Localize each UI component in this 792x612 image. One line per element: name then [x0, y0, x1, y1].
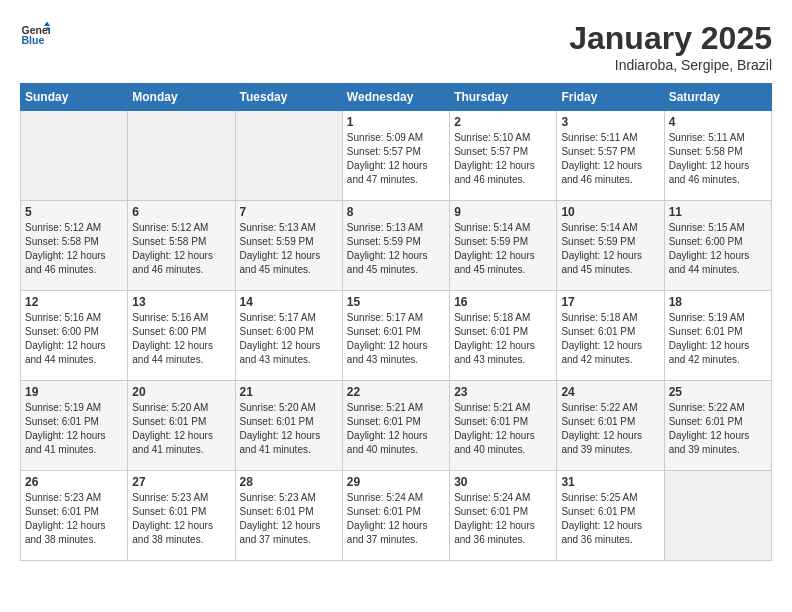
- calendar-table: SundayMondayTuesdayWednesdayThursdayFrid…: [20, 83, 772, 561]
- week-row-1: 1Sunrise: 5:09 AM Sunset: 5:57 PM Daylig…: [21, 111, 772, 201]
- calendar-cell: 7Sunrise: 5:13 AM Sunset: 5:59 PM Daylig…: [235, 201, 342, 291]
- calendar-cell: [664, 471, 771, 561]
- header-day-sunday: Sunday: [21, 84, 128, 111]
- day-number: 12: [25, 295, 123, 309]
- calendar-cell: [21, 111, 128, 201]
- day-number: 27: [132, 475, 230, 489]
- day-number: 10: [561, 205, 659, 219]
- header-day-saturday: Saturday: [664, 84, 771, 111]
- day-number: 22: [347, 385, 445, 399]
- header-day-thursday: Thursday: [450, 84, 557, 111]
- day-number: 30: [454, 475, 552, 489]
- logo-icon: General Blue: [20, 20, 50, 50]
- day-info: Sunrise: 5:22 AM Sunset: 6:01 PM Dayligh…: [669, 401, 767, 457]
- calendar-cell: 27Sunrise: 5:23 AM Sunset: 6:01 PM Dayli…: [128, 471, 235, 561]
- day-number: 29: [347, 475, 445, 489]
- calendar-cell: 14Sunrise: 5:17 AM Sunset: 6:00 PM Dayli…: [235, 291, 342, 381]
- day-number: 4: [669, 115, 767, 129]
- subtitle: Indiaroba, Sergipe, Brazil: [569, 57, 772, 73]
- day-number: 23: [454, 385, 552, 399]
- calendar-cell: [128, 111, 235, 201]
- day-info: Sunrise: 5:13 AM Sunset: 5:59 PM Dayligh…: [347, 221, 445, 277]
- calendar-cell: 28Sunrise: 5:23 AM Sunset: 6:01 PM Dayli…: [235, 471, 342, 561]
- calendar-cell: 10Sunrise: 5:14 AM Sunset: 5:59 PM Dayli…: [557, 201, 664, 291]
- title-area: January 2025 Indiaroba, Sergipe, Brazil: [569, 20, 772, 73]
- day-info: Sunrise: 5:11 AM Sunset: 5:58 PM Dayligh…: [669, 131, 767, 187]
- day-info: Sunrise: 5:21 AM Sunset: 6:01 PM Dayligh…: [347, 401, 445, 457]
- calendar-cell: 5Sunrise: 5:12 AM Sunset: 5:58 PM Daylig…: [21, 201, 128, 291]
- day-info: Sunrise: 5:12 AM Sunset: 5:58 PM Dayligh…: [132, 221, 230, 277]
- header-day-wednesday: Wednesday: [342, 84, 449, 111]
- calendar-cell: 23Sunrise: 5:21 AM Sunset: 6:01 PM Dayli…: [450, 381, 557, 471]
- day-number: 20: [132, 385, 230, 399]
- day-info: Sunrise: 5:22 AM Sunset: 6:01 PM Dayligh…: [561, 401, 659, 457]
- calendar-cell: 3Sunrise: 5:11 AM Sunset: 5:57 PM Daylig…: [557, 111, 664, 201]
- calendar-cell: 13Sunrise: 5:16 AM Sunset: 6:00 PM Dayli…: [128, 291, 235, 381]
- header-row: SundayMondayTuesdayWednesdayThursdayFrid…: [21, 84, 772, 111]
- day-info: Sunrise: 5:18 AM Sunset: 6:01 PM Dayligh…: [561, 311, 659, 367]
- day-info: Sunrise: 5:14 AM Sunset: 5:59 PM Dayligh…: [561, 221, 659, 277]
- day-number: 26: [25, 475, 123, 489]
- day-info: Sunrise: 5:24 AM Sunset: 6:01 PM Dayligh…: [347, 491, 445, 547]
- day-number: 21: [240, 385, 338, 399]
- day-number: 6: [132, 205, 230, 219]
- day-info: Sunrise: 5:09 AM Sunset: 5:57 PM Dayligh…: [347, 131, 445, 187]
- logo: General Blue: [20, 20, 50, 50]
- day-number: 3: [561, 115, 659, 129]
- calendar-cell: 16Sunrise: 5:18 AM Sunset: 6:01 PM Dayli…: [450, 291, 557, 381]
- calendar-cell: 19Sunrise: 5:19 AM Sunset: 6:01 PM Dayli…: [21, 381, 128, 471]
- day-info: Sunrise: 5:18 AM Sunset: 6:01 PM Dayligh…: [454, 311, 552, 367]
- day-number: 15: [347, 295, 445, 309]
- calendar-cell: 29Sunrise: 5:24 AM Sunset: 6:01 PM Dayli…: [342, 471, 449, 561]
- day-info: Sunrise: 5:19 AM Sunset: 6:01 PM Dayligh…: [25, 401, 123, 457]
- day-number: 14: [240, 295, 338, 309]
- day-info: Sunrise: 5:23 AM Sunset: 6:01 PM Dayligh…: [25, 491, 123, 547]
- day-info: Sunrise: 5:15 AM Sunset: 6:00 PM Dayligh…: [669, 221, 767, 277]
- calendar-cell: 4Sunrise: 5:11 AM Sunset: 5:58 PM Daylig…: [664, 111, 771, 201]
- calendar-cell: 15Sunrise: 5:17 AM Sunset: 6:01 PM Dayli…: [342, 291, 449, 381]
- week-row-2: 5Sunrise: 5:12 AM Sunset: 5:58 PM Daylig…: [21, 201, 772, 291]
- day-number: 16: [454, 295, 552, 309]
- day-number: 24: [561, 385, 659, 399]
- calendar-cell: 8Sunrise: 5:13 AM Sunset: 5:59 PM Daylig…: [342, 201, 449, 291]
- day-number: 17: [561, 295, 659, 309]
- calendar-cell: 6Sunrise: 5:12 AM Sunset: 5:58 PM Daylig…: [128, 201, 235, 291]
- week-row-5: 26Sunrise: 5:23 AM Sunset: 6:01 PM Dayli…: [21, 471, 772, 561]
- header-day-friday: Friday: [557, 84, 664, 111]
- day-info: Sunrise: 5:23 AM Sunset: 6:01 PM Dayligh…: [240, 491, 338, 547]
- day-number: 25: [669, 385, 767, 399]
- calendar-cell: 30Sunrise: 5:24 AM Sunset: 6:01 PM Dayli…: [450, 471, 557, 561]
- day-info: Sunrise: 5:11 AM Sunset: 5:57 PM Dayligh…: [561, 131, 659, 187]
- day-info: Sunrise: 5:23 AM Sunset: 6:01 PM Dayligh…: [132, 491, 230, 547]
- day-info: Sunrise: 5:10 AM Sunset: 5:57 PM Dayligh…: [454, 131, 552, 187]
- day-number: 1: [347, 115, 445, 129]
- calendar-cell: 26Sunrise: 5:23 AM Sunset: 6:01 PM Dayli…: [21, 471, 128, 561]
- calendar-cell: 2Sunrise: 5:10 AM Sunset: 5:57 PM Daylig…: [450, 111, 557, 201]
- day-number: 19: [25, 385, 123, 399]
- day-info: Sunrise: 5:20 AM Sunset: 6:01 PM Dayligh…: [132, 401, 230, 457]
- calendar-cell: 12Sunrise: 5:16 AM Sunset: 6:00 PM Dayli…: [21, 291, 128, 381]
- day-number: 31: [561, 475, 659, 489]
- day-info: Sunrise: 5:16 AM Sunset: 6:00 PM Dayligh…: [25, 311, 123, 367]
- svg-text:Blue: Blue: [22, 34, 45, 46]
- day-number: 13: [132, 295, 230, 309]
- day-number: 5: [25, 205, 123, 219]
- day-info: Sunrise: 5:21 AM Sunset: 6:01 PM Dayligh…: [454, 401, 552, 457]
- week-row-3: 12Sunrise: 5:16 AM Sunset: 6:00 PM Dayli…: [21, 291, 772, 381]
- calendar-cell: 17Sunrise: 5:18 AM Sunset: 6:01 PM Dayli…: [557, 291, 664, 381]
- calendar-cell: [235, 111, 342, 201]
- header-day-tuesday: Tuesday: [235, 84, 342, 111]
- day-number: 2: [454, 115, 552, 129]
- day-info: Sunrise: 5:24 AM Sunset: 6:01 PM Dayligh…: [454, 491, 552, 547]
- calendar-cell: 21Sunrise: 5:20 AM Sunset: 6:01 PM Dayli…: [235, 381, 342, 471]
- calendar-cell: 1Sunrise: 5:09 AM Sunset: 5:57 PM Daylig…: [342, 111, 449, 201]
- calendar-cell: 9Sunrise: 5:14 AM Sunset: 5:59 PM Daylig…: [450, 201, 557, 291]
- day-info: Sunrise: 5:25 AM Sunset: 6:01 PM Dayligh…: [561, 491, 659, 547]
- day-info: Sunrise: 5:19 AM Sunset: 6:01 PM Dayligh…: [669, 311, 767, 367]
- header-day-monday: Monday: [128, 84, 235, 111]
- day-info: Sunrise: 5:13 AM Sunset: 5:59 PM Dayligh…: [240, 221, 338, 277]
- day-number: 7: [240, 205, 338, 219]
- day-info: Sunrise: 5:17 AM Sunset: 6:00 PM Dayligh…: [240, 311, 338, 367]
- main-title: January 2025: [569, 20, 772, 57]
- calendar-cell: 25Sunrise: 5:22 AM Sunset: 6:01 PM Dayli…: [664, 381, 771, 471]
